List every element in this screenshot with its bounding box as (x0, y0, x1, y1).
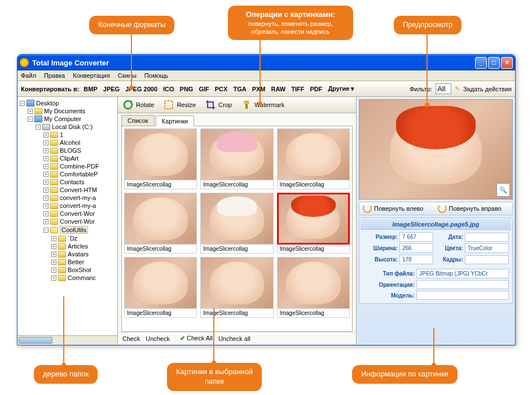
fmt-more[interactable]: Другие ▾ (327, 85, 355, 92)
main-window: Total Image Converter _ □ × Файл Правка … (17, 54, 516, 345)
tree-folder[interactable]: +`Dz (19, 234, 116, 242)
tab-pictures[interactable]: Картинки (156, 116, 195, 126)
tree-hscrollbar[interactable] (17, 335, 117, 344)
tree-folder[interactable]: +Commanс (19, 274, 116, 282)
tree-folder[interactable]: +Contacts (19, 178, 116, 186)
close-button[interactable]: × (501, 57, 513, 69)
callout-formats: Конечные форматы (89, 16, 174, 34)
fmt-bmp[interactable]: BMP (82, 86, 98, 92)
tree-folder[interactable]: +ComfortableР (19, 170, 116, 178)
op-crop[interactable]: Crop (205, 99, 232, 110)
tree-desktop[interactable]: −Desktop (19, 99, 116, 107)
value-colors: TrueColor (465, 243, 509, 253)
rotate-right-button[interactable]: Повернуть вправо (438, 204, 509, 213)
tree-folder[interactable]: +Combine-PDF (19, 162, 116, 170)
rotate-right-icon (438, 204, 447, 213)
value-date (465, 233, 509, 242)
resize-icon (163, 99, 174, 110)
watermark-icon (241, 99, 252, 110)
uncheck-btn[interactable]: Uncheck (146, 335, 170, 342)
folder-tree[interactable]: −Desktop +My Documents −My Computer −Loc… (17, 97, 117, 335)
titlebar[interactable]: Total Image Converter _ □ × (17, 55, 515, 70)
value-orientation (416, 280, 509, 289)
thumbnail[interactable]: ImageSlicercollag (124, 257, 197, 318)
info-box: ImageSlicercollage.page5.jpg Размер: 7 6… (359, 218, 513, 304)
preview-panel: 🔍 Повернуть влево Повернуть вправо Image… (356, 97, 515, 344)
menu-skins[interactable]: Скины (118, 72, 137, 79)
thumbnail[interactable]: ImageSlicercollag (124, 128, 197, 189)
thumbnail[interactable]: ImageSlicercollag (277, 128, 350, 189)
thumbnail[interactable]: ImageSlicercollag (124, 193, 197, 254)
fmt-raw[interactable]: RAW (270, 86, 287, 92)
op-resize[interactable]: Resize (163, 99, 196, 110)
thumbnail[interactable]: ImageSlicercollag (200, 128, 273, 189)
operations-bar: Rotate Resize Crop Watermark (118, 97, 356, 113)
folder-icon (34, 108, 42, 114)
folder-icon (50, 163, 58, 170)
folder-icon (50, 148, 58, 154)
wand-icon: ✎ (455, 85, 460, 92)
folder-icon (50, 156, 58, 162)
tree-drive[interactable]: −Local Disk (C:) (19, 123, 116, 131)
folder-icon (58, 236, 66, 242)
fmt-jpeg[interactable]: JPEG (102, 86, 121, 92)
rotate-left-icon (363, 204, 372, 213)
tree-folder[interactable]: +Convert-HTM (19, 186, 116, 194)
thumbnail[interactable]: ImageSlicercollag (200, 257, 273, 318)
value-filetype: JPEG Bitmap (JPG) YCbCr (416, 269, 509, 278)
maximize-button[interactable]: □ (488, 57, 500, 69)
thumbnail-selected[interactable]: ImageSlicercollag (277, 193, 350, 254)
checkall-btn[interactable]: Check All (187, 335, 213, 341)
menu-convert[interactable]: Конвертация (73, 72, 110, 79)
rotate-left-button[interactable]: Повернуть влево (363, 204, 434, 213)
tree-folder[interactable]: +Articles (19, 242, 116, 250)
window-title: Total Image Converter (32, 59, 475, 67)
tab-list[interactable]: Список (121, 115, 155, 126)
uncheckall-btn[interactable]: Uncheck all (218, 335, 250, 342)
tree-folder[interactable]: +ClipArt (19, 154, 116, 162)
tree-folder[interactable]: +convert-my-a (19, 194, 116, 202)
convert-label: Конвертировать в: (21, 86, 79, 92)
fmt-gif[interactable]: GIF (197, 86, 210, 92)
folder-icon (50, 195, 58, 201)
app-icon (20, 58, 29, 67)
tree-folder[interactable]: +Convert-Wor (19, 218, 116, 225)
tree-folder[interactable]: +Avatars (19, 250, 116, 258)
filter-input[interactable] (436, 83, 451, 94)
folder-tree-panel: −Desktop +My Documents −My Computer −Loc… (17, 97, 118, 344)
set-actions[interactable]: Задать действия (463, 86, 512, 92)
thumbnail[interactable]: ImageSlicercollag (200, 193, 273, 254)
fmt-pdf[interactable]: PDF (309, 86, 323, 92)
folder-icon (50, 140, 58, 146)
tree-folder[interactable]: +convert-my-a (19, 202, 116, 210)
folder-icon (58, 275, 66, 281)
fmt-pcx[interactable]: PCX (214, 86, 229, 92)
tree-folder[interactable]: +Alcohol (19, 139, 116, 147)
op-watermark[interactable]: Watermark (241, 99, 284, 110)
tree-folder[interactable]: +Convert-Wor (19, 210, 116, 218)
tree-folder[interactable]: +BoxShot (19, 266, 116, 274)
op-rotate[interactable]: Rotate (122, 99, 154, 110)
fmt-pxm[interactable]: PXM (251, 86, 267, 92)
tree-coolutils[interactable]: −CoolUtils (19, 225, 116, 234)
menu-file[interactable]: Файл (21, 72, 36, 79)
menu-edit[interactable]: Правка (44, 72, 65, 79)
fmt-ico[interactable]: ICO (162, 86, 175, 92)
tree-folder[interactable]: +BLOGS (19, 147, 116, 154)
fmt-tiff[interactable]: TIFF (290, 86, 305, 92)
minimize-button[interactable]: _ (475, 57, 487, 69)
tree-folder[interactable]: +1 (19, 131, 116, 139)
thumbnail[interactable]: ImageSlicercollag (277, 257, 350, 318)
zoom-button[interactable]: 🔍 (496, 183, 510, 197)
callout-preview: Предпросмотр (394, 16, 461, 34)
tree-computer[interactable]: −My Computer (19, 115, 116, 123)
tree-folder[interactable]: +Better (19, 258, 116, 266)
fmt-png[interactable]: PNG (179, 86, 195, 92)
check-btn[interactable]: Check (122, 335, 140, 342)
pointer (213, 308, 214, 363)
info-filename: ImageSlicercollage.page5.jpg (360, 219, 511, 230)
computer-icon (34, 116, 42, 122)
menu-help[interactable]: Помощь (144, 72, 169, 79)
fmt-tga[interactable]: TGA (232, 86, 247, 92)
tree-docs[interactable]: +My Documents (19, 107, 116, 115)
